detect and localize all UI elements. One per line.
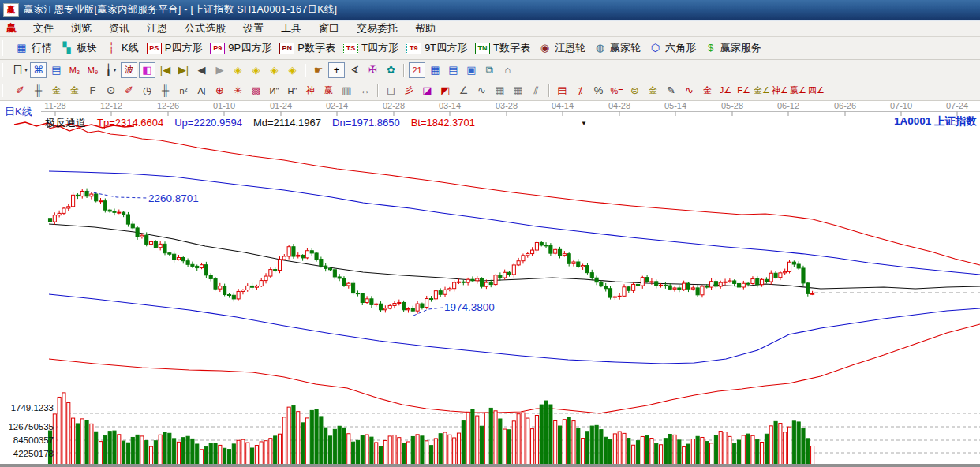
draw-pen-icon[interactable]: ✐	[12, 83, 28, 99]
gold-angle-icon[interactable]: 金∠	[754, 83, 770, 99]
gold-lines-icon[interactable]: 金	[645, 83, 661, 99]
teal-pattern-icon[interactable]: ✿	[383, 62, 399, 78]
menu-item-江恩[interactable]: 江恩	[138, 21, 176, 35]
win-angle-icon[interactable]: 赢∠	[790, 83, 806, 99]
time-cycle-icon[interactable]: ◷	[139, 83, 155, 99]
circle-cross-icon[interactable]: ⊕	[211, 83, 228, 99]
n-squared-icon[interactable]: n²	[175, 83, 192, 99]
percent-icon[interactable]: %	[590, 83, 607, 99]
sectors-button[interactable]: ▚板块	[60, 41, 97, 55]
percent-line-icon[interactable]: ⁒	[572, 83, 589, 99]
wave-3-icon[interactable]: M₃	[66, 62, 83, 78]
wave-count-icon[interactable]: И"	[266, 83, 282, 99]
red-pen-icon[interactable]: ✐	[121, 83, 137, 99]
winner-service-button[interactable]: $赢家服务	[704, 41, 761, 55]
price-grid-icon[interactable]: ╫	[157, 83, 174, 99]
win-grid-icon[interactable]: 赢	[320, 83, 337, 99]
calculator-icon[interactable]: ▦	[427, 62, 443, 78]
h-wave-icon[interactable]: H"	[284, 83, 301, 99]
gann-wheel-button[interactable]: ◉江恩轮	[538, 41, 585, 55]
box-tool-icon[interactable]: ◻	[383, 83, 399, 99]
gold-circle-icon[interactable]: ⊜	[627, 83, 643, 99]
percent-lines-icon[interactable]: %=	[608, 83, 625, 99]
shen-angle-icon[interactable]: 神∠	[772, 83, 788, 99]
menu-item-设置[interactable]: 设置	[234, 21, 272, 35]
f-angle-icon[interactable]: F∠	[735, 83, 752, 99]
spiral-icon[interactable]: ʘ	[103, 83, 119, 99]
ninep-square-button[interactable]: P99P四方形	[210, 41, 271, 55]
span-arrows-icon[interactable]: ↔	[357, 83, 373, 99]
red-fanbox-icon[interactable]: ◩	[437, 83, 454, 99]
menu-item-工具[interactable]: 工具	[272, 21, 310, 35]
calendar-icon[interactable]: 21	[409, 62, 425, 78]
ruler-grid-icon[interactable]: ▥	[339, 83, 355, 99]
color-histogram-icon[interactable]: ◧	[139, 62, 155, 78]
grid-box-icon[interactable]: ▦	[492, 83, 508, 99]
menu-item-浏览[interactable]: 浏览	[62, 21, 100, 35]
quotes-button[interactable]: ▦行情	[15, 41, 52, 55]
diamond-down-icon[interactable]: ◈	[266, 62, 282, 78]
square-star-icon[interactable]: ▩	[248, 83, 264, 99]
angle-measure-icon[interactable]: ∢	[346, 62, 363, 78]
angle-fan-icon[interactable]: ∠	[455, 83, 472, 99]
list-percent-icon[interactable]: ▤	[554, 83, 570, 99]
si-angle-icon[interactable]: 四∠	[808, 83, 825, 99]
diamond-left-icon[interactable]: ◈	[230, 62, 246, 78]
a-wave-icon[interactable]: ∿	[681, 83, 698, 99]
menu-item-文件[interactable]: 文件	[24, 21, 62, 35]
chart-canvas[interactable]: 11-2812-1212-2601-1001-2402-1402-2803-14…	[0, 101, 980, 467]
p-square-button[interactable]: PSP四方形	[147, 41, 203, 55]
last-page-icon[interactable]: ▶|	[175, 62, 192, 78]
dropdown-marker-icon[interactable]: ▼	[581, 120, 587, 127]
parallel-lines-icon[interactable]: ⫽	[528, 83, 544, 99]
first-page-icon[interactable]: |◀	[157, 62, 174, 78]
diamond-right-icon[interactable]: ◈	[248, 62, 264, 78]
overlay-pattern-icon[interactable]: ⌘	[30, 62, 47, 78]
menu-item-交易委托[interactable]: 交易委托	[348, 21, 406, 35]
gold-grid-icon[interactable]: 金	[48, 83, 65, 99]
bottom-scroll-strip[interactable]	[0, 464, 980, 467]
period-day-dropdown-icon[interactable]: 日▾	[12, 62, 28, 78]
crosshair-tool-icon[interactable]: +	[328, 62, 345, 78]
grid-box2-icon[interactable]: ▦	[510, 83, 526, 99]
red-fan-icon[interactable]: 彡	[401, 83, 417, 99]
purple-fanbox-icon[interactable]: ◪	[419, 83, 436, 99]
wave-chart-icon[interactable]: 波	[121, 62, 137, 78]
f-grid-icon[interactable]: F	[84, 83, 101, 99]
t-number-table-button[interactable]: TNT数字表	[475, 41, 530, 55]
gold-grid2-icon[interactable]: 金	[66, 83, 83, 99]
gold-red-icon[interactable]: 金	[699, 83, 716, 99]
p-number-table-button[interactable]: PNP数字表	[279, 41, 335, 55]
menu-item-资讯[interactable]: 资讯	[100, 21, 138, 35]
purple-seal-icon[interactable]: ✠	[365, 62, 381, 78]
menu-item-窗口[interactable]: 窗口	[310, 21, 348, 35]
winner-wheel-button[interactable]: ◍赢家轮	[593, 41, 641, 55]
next-page-icon[interactable]: ▶	[211, 62, 228, 78]
shen-grid-icon[interactable]: 神	[302, 83, 319, 99]
toolbar-grip[interactable]	[2, 40, 6, 56]
workstation-icon[interactable]: ⌂	[499, 62, 516, 78]
kline-button[interactable]: ┆K线	[105, 41, 139, 55]
diamond-up-icon[interactable]: ◈	[284, 62, 301, 78]
t-square-button[interactable]: TST四方形	[343, 41, 398, 55]
save-icon[interactable]: ▣	[463, 62, 480, 78]
red-star-icon[interactable]: ✳	[230, 83, 246, 99]
ninet-square-button[interactable]: T99T四方形	[406, 41, 467, 55]
prev-page-icon[interactable]: ◀	[193, 62, 210, 78]
candle-style-dropdown-icon[interactable]: ╽▾	[103, 62, 119, 78]
vw-wave-icon[interactable]: ∿	[473, 83, 490, 99]
gann-grid-icon[interactable]: ╫	[30, 83, 47, 99]
net-copy-icon[interactable]: ⧉	[481, 62, 498, 78]
toolbar-grip[interactable]	[2, 63, 6, 77]
notes-icon[interactable]: ▤	[445, 62, 462, 78]
j-angle-icon[interactable]: J∠	[717, 83, 734, 99]
menu-item-公式选股[interactable]: 公式选股	[176, 21, 234, 35]
pen-lines-icon[interactable]: ✎	[663, 83, 679, 99]
wave-9-icon[interactable]: M₉	[84, 62, 101, 78]
hand-tool-icon[interactable]: ☛	[310, 62, 327, 78]
text-tool-icon[interactable]: A|	[193, 83, 210, 99]
chart-svg[interactable]: 11-2812-1212-2601-1001-2402-1402-2803-14…	[0, 101, 980, 467]
info-document-icon[interactable]: ▤	[48, 62, 65, 78]
toolbar-grip[interactable]	[2, 84, 6, 98]
menu-item-帮助[interactable]: 帮助	[406, 21, 444, 35]
